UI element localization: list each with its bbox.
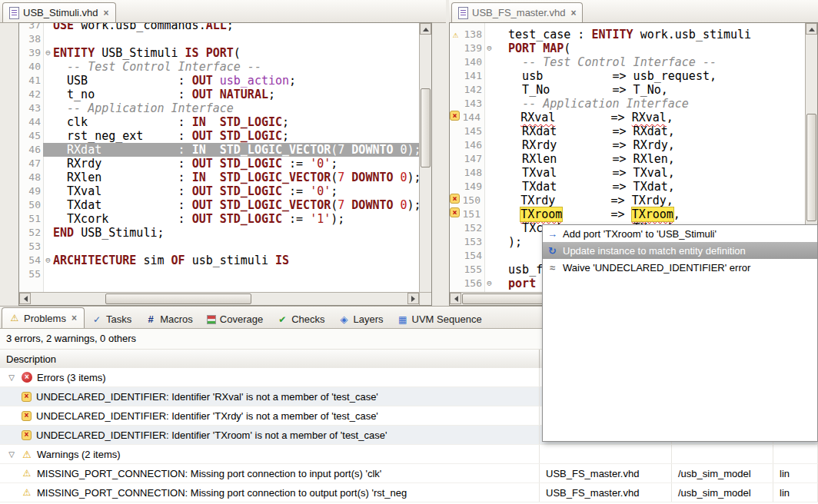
code-line[interactable]: 47 RXrdy : OUT STD_LOGIC := '0'; <box>19 157 419 171</box>
tab-problems[interactable]: Problems× <box>2 307 85 328</box>
code-text: RXdat : IN STD_LOGIC_VECTOR(7 DOWNTO 0); <box>53 143 419 157</box>
line-number: 150 <box>460 194 483 207</box>
code-area[interactable]: 37USE work.usb_commands.ALL;3839⊖ENTITY … <box>19 22 419 292</box>
marker-gutter <box>450 69 461 83</box>
code-line[interactable]: 37USE work.usb_commands.ALL; <box>19 22 419 32</box>
code-line[interactable]: 52END USB_Stimuli; <box>19 226 419 240</box>
fold-collapse-icon[interactable]: ⊖ <box>484 277 494 290</box>
code-line[interactable]: 147 RXlen => RXlen, <box>450 152 805 166</box>
code-text <box>53 32 419 46</box>
fold-gutter <box>484 124 494 138</box>
code-line[interactable]: 45 rst_neg_ext : OUT STD_LOGIC; <box>19 129 419 143</box>
code-line[interactable]: 140 -- Test Control Interface -- <box>450 55 805 69</box>
quickfix-item-update-instance[interactable]: Update instance to match entity definiti… <box>543 242 817 259</box>
code-line[interactable]: 139⊖ PORT MAP( <box>450 41 805 55</box>
code-line[interactable]: 49 TXval : OUT STD_LOGIC := '0'; <box>19 184 419 198</box>
problem-description: UNDECLARED_IDENTIFIER: Identifier 'TXroo… <box>36 429 387 441</box>
code-line[interactable]: 39⊖ENTITY USB_Stimuli IS PORT( <box>19 46 419 60</box>
fold-collapse-icon[interactable]: ⊖ <box>43 254 53 267</box>
quickfix-item-add-port[interactable]: Add port 'TXroom' to 'USB_Stimuli' <box>543 225 817 242</box>
fold-collapse-icon[interactable]: ⊖ <box>484 41 494 55</box>
code-line[interactable]: 138 test_case : ENTITY work.usb_stimuli <box>450 28 805 41</box>
error-marker-icon[interactable] <box>450 111 460 121</box>
column-header-description[interactable]: Description <box>0 350 540 369</box>
code-line[interactable]: 149 TXdat => TXdat, <box>450 180 805 194</box>
line-number: 44 <box>24 115 43 129</box>
code-line[interactable]: 50 TXdat : OUT STD_LOGIC_VECTOR(7 DOWNTO… <box>19 198 419 212</box>
code-line[interactable]: 141 usb => usb_request, <box>450 69 805 83</box>
tab-macros[interactable]: Macros <box>138 310 200 328</box>
expand-collapse-icon[interactable]: ▽ <box>6 373 17 382</box>
code-line[interactable]: 44 clk : IN STD_LOGIC; <box>19 115 419 129</box>
code-editor-usb-stimuli[interactable]: 37USE work.usb_commands.ALL;3839⊖ENTITY … <box>18 22 432 306</box>
close-tab-icon[interactable]: × <box>570 8 576 18</box>
problem-row[interactable]: MISSING_PORT_CONNECTION: Missing port co… <box>0 464 818 483</box>
scroll-up-arrow[interactable] <box>806 23 817 35</box>
code-line[interactable]: 143 -- Application Interface <box>450 97 805 111</box>
tab-checks[interactable]: Checks <box>270 310 331 328</box>
code-line[interactable]: 48 RXlen : IN STD_LOGIC_VECTOR(7 DOWNTO … <box>19 171 419 184</box>
scrollbar-thumb[interactable] <box>105 293 251 304</box>
code-line[interactable]: 151 TXroom => TXroom, <box>450 207 805 221</box>
tasks-icon <box>91 314 102 325</box>
add-port-icon <box>547 228 558 240</box>
code-text: RXdat => RXdat, <box>494 124 805 138</box>
code-line[interactable]: 53 <box>19 240 419 254</box>
fold-gutter <box>43 22 53 32</box>
tab-usb-fs-master-vhd[interactable]: USB_FS_master.vhd × <box>451 2 583 22</box>
description-cell: MISSING_PORT_CONNECTION: Missing port co… <box>0 464 540 482</box>
code-line[interactable]: 46 RXdat : IN STD_LOGIC_VECTOR(7 DOWNTO … <box>19 143 419 157</box>
line-number: 144 <box>460 111 483 124</box>
description-cell: UNDECLARED_IDENTIFIER: Identifier 'TXrdy… <box>0 406 540 425</box>
line-number: 155 <box>461 263 484 277</box>
scroll-right-arrow[interactable] <box>407 293 419 304</box>
code-text: TXdat : OUT STD_LOGIC_VECTOR(7 DOWNTO 0)… <box>53 198 419 212</box>
problem-row[interactable]: MISSING_PORT_CONNECTION: Missing port co… <box>0 483 818 502</box>
horizontal-scrollbar[interactable] <box>19 292 419 305</box>
code-line[interactable]: 150 TXrdy => TXrdy, <box>450 194 805 207</box>
code-line[interactable]: 38 <box>19 32 419 46</box>
error-marker-icon[interactable] <box>450 194 460 204</box>
layers-icon <box>339 314 350 325</box>
tab-uvm-sequence[interactable]: UVM Sequence <box>391 310 489 328</box>
quickfix-item-waive[interactable]: Waive 'UNDECLARED_IDENTIFIER' error <box>543 259 817 276</box>
fold-gutter <box>43 240 53 254</box>
marker-gutter <box>450 124 461 138</box>
code-line[interactable]: 55 <box>19 267 419 281</box>
code-line[interactable]: 144 RXval => RXval, <box>450 111 805 124</box>
tab-layers[interactable]: Layers <box>332 310 391 328</box>
code-line[interactable]: 43 -- Application Interface <box>19 101 419 115</box>
description-cell: UNDECLARED_IDENTIFIER: Identifier 'RXval… <box>0 387 540 406</box>
code-line[interactable]: 148 TXval => TXval, <box>450 166 805 180</box>
tab-tasks[interactable]: Tasks <box>85 310 138 328</box>
code-line[interactable]: 40 -- Test Control Interface -- <box>19 60 419 74</box>
scroll-left-arrow[interactable] <box>19 293 31 304</box>
code-line[interactable]: 145 RXdat => RXdat, <box>450 124 805 138</box>
scrollbar-thumb[interactable] <box>421 88 431 167</box>
scroll-up-arrow[interactable] <box>420 23 431 35</box>
code-line[interactable]: 54⊖ARCHITECTURE sim OF usb_stimuli IS <box>19 254 419 267</box>
code-line[interactable]: 51 TXcork : OUT STD_LOGIC := '1'); <box>19 212 419 226</box>
fold-collapse-icon[interactable]: ⊖ <box>43 46 53 60</box>
line-number: 52 <box>24 226 43 240</box>
code-line[interactable]: 142 T_No => T_No, <box>450 83 805 97</box>
scroll-left-arrow[interactable] <box>450 293 461 304</box>
code-text: RXlen => RXlen, <box>494 152 805 166</box>
close-tab-icon[interactable]: × <box>71 313 77 323</box>
problem-group-row[interactable]: ▽Warnings (2 items) <box>0 445 818 464</box>
code-text: TXcork : OUT STD_LOGIC := '1'); <box>53 212 419 226</box>
close-tab-icon[interactable]: × <box>104 8 109 18</box>
error-marker-icon[interactable] <box>450 207 460 217</box>
resource-cell: USB_FS_master.vhd <box>540 483 672 502</box>
line-number: 43 <box>24 101 43 115</box>
tab-coverage[interactable]: Coverage <box>200 310 270 328</box>
code-line[interactable]: 41 USB : OUT usb_action; <box>19 74 419 88</box>
tab-usb-stimuli-vhd[interactable]: USB_Stimuli.vhd × <box>2 2 116 22</box>
warning-marker-icon[interactable] <box>450 28 461 41</box>
code-line[interactable]: 42 t_no : OUT NATURAL; <box>19 88 419 101</box>
fold-gutter <box>43 74 53 88</box>
code-line[interactable]: 146 RXrdy => RXrdy, <box>450 138 805 152</box>
vertical-scrollbar[interactable] <box>419 23 431 293</box>
scrollbar-thumb[interactable] <box>806 114 816 221</box>
expand-collapse-icon[interactable]: ▽ <box>6 450 17 459</box>
